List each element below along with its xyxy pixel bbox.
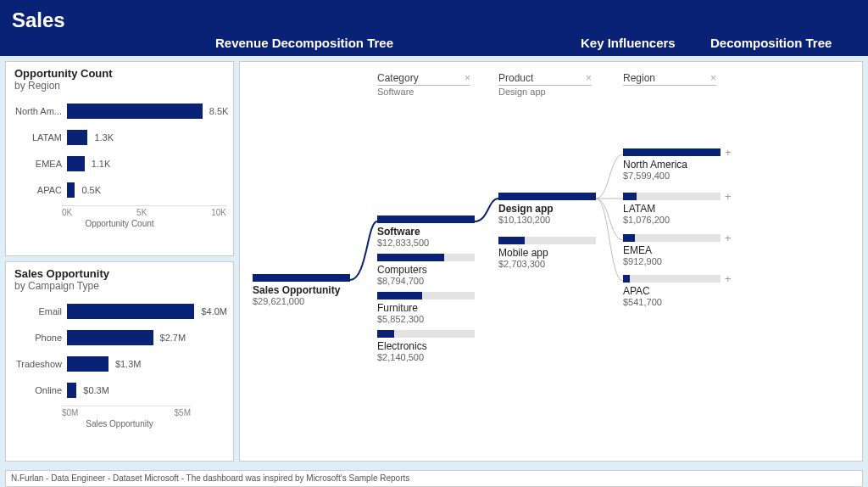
tree-node-furniture[interactable]: Furniture $5,852,300: [377, 292, 475, 324]
node-label: Software: [377, 226, 475, 238]
node-label: Computers: [377, 264, 475, 276]
tab-revenue-tree[interactable]: Revenue Decomposition Tree: [215, 36, 393, 50]
panel-title: Opportunity Count: [6, 62, 233, 80]
node-label: Design app: [498, 203, 596, 215]
bar-value: $4.0M: [198, 304, 227, 319]
expand-icon[interactable]: +: [725, 232, 732, 244]
bar-value: $0.3M: [80, 383, 109, 398]
bar-chart-sales[interactable]: Email$4.0MPhone$2.7MTradeshow$1.3MOnline…: [6, 297, 233, 401]
page-title: Sales: [12, 8, 65, 32]
bar-category: LATAM: [13, 132, 67, 143]
node-label: North America: [623, 159, 721, 171]
x-axis-label: Opportunity Count: [6, 219, 233, 233]
tick: $5M: [175, 408, 191, 417]
bar-rect: [67, 156, 85, 171]
bar-row[interactable]: North Am...8.5K: [13, 100, 226, 122]
bar-rect: [67, 130, 87, 145]
bar-category: Phone: [13, 333, 67, 343]
bar-rect: [67, 182, 75, 198]
bar-rect: [67, 383, 76, 398]
bar-rect: [67, 104, 203, 119]
node-value: $912,900: [623, 256, 721, 266]
panel-sales-opportunity: Sales Opportunity by Campaign Type Email…: [5, 261, 234, 462]
node-label: Mobile app: [498, 247, 596, 259]
bar-value: 1.3K: [91, 130, 114, 145]
tree-node-computers[interactable]: Computers $8,794,700: [377, 254, 475, 286]
node-value: $8,794,700: [377, 276, 475, 286]
bar-value: 1.1K: [88, 156, 111, 171]
node-bar: [253, 274, 350, 282]
node-bar: [498, 237, 596, 244]
bar-row[interactable]: APAC0.5K: [13, 179, 226, 201]
tree-root[interactable]: Sales Opportunity $29,621,000: [253, 274, 350, 306]
node-label: Electronics: [377, 340, 475, 352]
bar-value: $1.3M: [112, 356, 142, 372]
bar-row[interactable]: Online$0.3M: [13, 379, 226, 401]
tick: 5K: [136, 208, 147, 217]
panel-subtitle: by Campaign Type: [6, 280, 233, 297]
node-bar: [377, 292, 475, 299]
bar-category: APAC: [13, 185, 67, 195]
bar-category: Email: [13, 306, 67, 316]
tree-node-apac[interactable]: APAC $541,700: [623, 275, 721, 307]
panel-subtitle: by Region: [6, 80, 233, 97]
tree-node-north-america[interactable]: North America $7,599,400: [623, 148, 721, 181]
node-label: Furniture: [377, 302, 475, 314]
bar-row[interactable]: Tradeshow$1.3M: [13, 353, 226, 375]
node-label: LATAM: [623, 203, 721, 215]
bar-rect: [67, 304, 194, 319]
node-bar: [623, 148, 721, 156]
tab-decomposition-tree[interactable]: Decomposition Tree: [710, 36, 832, 50]
node-value: $7,599,400: [623, 171, 721, 181]
node-value: $12,833,500: [377, 238, 475, 248]
node-label: EMEA: [623, 244, 721, 256]
bar-category: North Am...: [13, 106, 67, 116]
node-value: $541,700: [623, 297, 721, 307]
expand-icon[interactable]: +: [725, 146, 732, 159]
node-label: APAC: [623, 285, 721, 297]
node-bar: [498, 193, 596, 200]
bar-rect: [67, 356, 108, 372]
tick: $0M: [62, 408, 78, 417]
node-bar: [623, 193, 721, 200]
tree-node-software[interactable]: Software $12,833,500: [377, 216, 475, 248]
x-axis-label: Sales Opportunity: [6, 419, 233, 434]
bar-category: EMEA: [13, 159, 67, 169]
tree-node-emea[interactable]: EMEA $912,900: [623, 234, 721, 266]
bar-category: Online: [13, 385, 67, 395]
tree-node-latam[interactable]: LATAM $1,076,200: [623, 193, 721, 225]
header-bar: Sales Revenue Decomposition Tree Key Inf…: [0, 0, 868, 56]
node-value: $10,130,200: [498, 215, 596, 225]
panel-opportunity-count: Opportunity Count by Region North Am...8…: [5, 61, 234, 256]
tree-node-electronics[interactable]: Electronics $2,140,500: [377, 330, 475, 362]
bar-value: 0.5K: [78, 182, 101, 198]
bar-category: Tradeshow: [13, 359, 67, 369]
tree-node-design-app[interactable]: Design app $10,130,200: [498, 193, 596, 225]
bar-row[interactable]: Phone$2.7M: [13, 327, 226, 349]
node-bar: [623, 234, 721, 242]
bar-row[interactable]: LATAM1.3K: [13, 126, 226, 148]
bar-value: $2.7M: [157, 330, 186, 345]
node-value: $29,621,000: [253, 296, 350, 306]
panel-decomposition-tree: Category× Software Product× Design app R…: [239, 61, 863, 462]
node-value: $1,076,200: [623, 215, 721, 225]
panel-title: Sales Opportunity: [6, 262, 233, 280]
x-axis: 0K 5K 10K: [62, 205, 226, 219]
bar-rect: [67, 330, 153, 345]
tree-node-mobile-app[interactable]: Mobile app $2,703,300: [498, 237, 596, 269]
node-bar: [623, 275, 721, 283]
node-value: $5,852,300: [377, 314, 475, 324]
bar-chart-opportunity[interactable]: North Am...8.5KLATAM1.3KEMEA1.1KAPAC0.5K: [6, 97, 233, 201]
footer-text: N.Furlan - Data Engineer - Dataset Micro…: [5, 470, 863, 487]
node-value: $2,703,300: [498, 259, 596, 269]
bar-row[interactable]: EMEA1.1K: [13, 153, 226, 175]
expand-icon[interactable]: +: [725, 190, 732, 203]
tick: 0K: [62, 208, 72, 217]
expand-icon[interactable]: +: [725, 272, 732, 285]
node-label: Sales Opportunity: [253, 284, 350, 296]
bar-row[interactable]: Email$4.0M: [13, 300, 226, 322]
tick: 10K: [211, 208, 226, 217]
tab-key-influencers[interactable]: Key Influencers: [581, 36, 676, 50]
node-value: $2,140,500: [377, 352, 475, 362]
node-bar: [377, 216, 475, 223]
